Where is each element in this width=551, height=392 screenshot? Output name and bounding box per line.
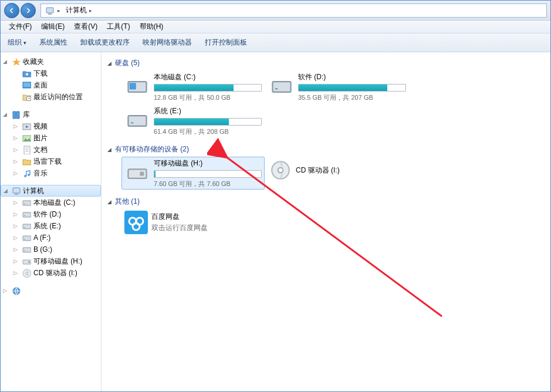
drive-caption: 35.5 GB 可用，共 207 GB [298, 93, 406, 102]
tree-label: 计算机 [23, 186, 44, 196]
music-icon [22, 168, 31, 178]
tree-drive-h[interactable]: ▷可移动磁盘 (H:) [1, 255, 101, 267]
menu-bar: 文件(F) 编辑(E) 查看(V) 工具(T) 帮助(H) [1, 21, 550, 33]
tree-label: 收藏夹 [23, 57, 44, 67]
tree-label: CD 驱动器 (I:) [33, 268, 77, 278]
drive-name: 软件 (D:) [298, 72, 406, 82]
explorer-window: ▸ 计算机 ▸ 文件(F) 编辑(E) 查看(V) 工具(T) 帮助(H) 组织… [0, 0, 551, 392]
tile-baidu[interactable]: 百度网盘 双击运行百度网盘 [121, 209, 265, 236]
map-network-drive-button[interactable]: 映射网络驱动器 [141, 35, 193, 50]
capacity-bar [154, 170, 262, 178]
tree-drive-d[interactable]: ▷软件 (D:) [1, 208, 101, 220]
collapse-icon: ◢ [3, 59, 9, 65]
expand-icon: ▷ [13, 223, 19, 229]
menu-edit[interactable]: 编辑(E) [36, 21, 69, 33]
drive-caption: 7.60 GB 可用，共 7.60 GB [154, 180, 262, 188]
expand-icon: ▷ [13, 135, 19, 141]
tree-drive-g[interactable]: ▷B (G:) [1, 244, 101, 255]
menu-tools[interactable]: 工具(T) [102, 21, 134, 33]
cdrom-icon [269, 158, 292, 182]
tree-xunlei[interactable]: ▷迅雷下载 [1, 156, 101, 167]
tree-videos[interactable]: ▷视频 [1, 120, 101, 132]
drive-icon [22, 221, 31, 231]
collapse-icon: ◢ [107, 147, 111, 153]
tree-libraries[interactable]: ◢ 库 [1, 109, 101, 120]
tree-drive-e[interactable]: ▷系统 (E:) [1, 220, 101, 232]
drive-icon [22, 209, 31, 219]
organize-button[interactable]: 组织 [6, 35, 28, 50]
tree-label: 视频 [33, 121, 48, 131]
baidu-icon [124, 211, 148, 234]
tree-network[interactable]: ▷ [1, 285, 101, 296]
system-properties-button[interactable]: 系统属性 [38, 35, 69, 50]
download-icon [22, 69, 31, 78]
tree-label: B (G:) [33, 245, 52, 254]
collapse-icon: ◢ [107, 199, 111, 205]
item-name: 百度网盘 [151, 212, 208, 222]
expand-icon: ▷ [3, 288, 9, 293]
nav-forward-button[interactable] [21, 3, 36, 18]
drive-icon [124, 74, 150, 100]
open-control-panel-button[interactable]: 打开控制面板 [204, 35, 248, 50]
cdrom-icon [22, 268, 31, 278]
tree-desktop[interactable]: 桌面 [1, 79, 101, 91]
group-header[interactable]: ◢ 硬盘 (5) [107, 56, 545, 70]
tree-label: 音乐 [33, 168, 48, 178]
expand-icon: ▷ [13, 123, 19, 129]
network-icon [11, 286, 21, 295]
expand-icon: ▷ [13, 258, 19, 264]
folder-icon [22, 157, 31, 166]
tree-favorites[interactable]: ◢ 收藏夹 [1, 56, 101, 67]
group-title: 硬盘 (5) [115, 58, 140, 68]
address-root-icon[interactable]: ▸ [41, 4, 63, 17]
drive-tile-c[interactable]: 本地磁盘 (C:) 12.8 GB 可用，共 50.0 GB [121, 70, 265, 103]
tree-label: A (F:) [33, 234, 50, 242]
group-hard-drives: ◢ 硬盘 (5) 本地磁盘 (C:) 12.8 GB 可用，共 50.0 GB [107, 56, 545, 137]
address-location-label: 计算机 [66, 5, 87, 15]
menu-file[interactable]: 文件(F) [4, 21, 36, 33]
tree-documents[interactable]: ▷文档 [1, 144, 101, 156]
group-header[interactable]: ◢ 有可移动存储的设备 (2) [107, 142, 545, 157]
tree-label: 软件 (D:) [33, 209, 61, 219]
tree-downloads[interactable]: 下载 [1, 67, 101, 79]
tree-computer[interactable]: ◢ 计算机 [1, 185, 101, 197]
drive-name: 系统 (E:) [154, 106, 262, 116]
tree-drive-c[interactable]: ▷本地磁盘 (C:) [1, 197, 101, 208]
capacity-bar [154, 84, 262, 92]
address-bar[interactable]: ▸ 计算机 ▸ [40, 4, 547, 18]
nav-back-button[interactable] [4, 3, 19, 18]
menu-help[interactable]: 帮助(H) [135, 21, 168, 33]
recent-icon [22, 92, 31, 102]
tree-music[interactable]: ▷音乐 [1, 167, 101, 179]
uninstall-programs-button[interactable]: 卸载或更改程序 [79, 35, 131, 50]
drive-tile-d[interactable]: 软件 (D:) 35.5 GB 可用，共 207 GB [266, 70, 409, 103]
drive-name: 可移动磁盘 (H:) [154, 158, 262, 168]
tree-label: 下载 [33, 69, 48, 79]
command-bar: 组织 系统属性 卸载或更改程序 映射网络驱动器 打开控制面板 [1, 33, 550, 52]
tree-label: 图片 [33, 133, 48, 143]
drive-tile-e[interactable]: 系统 (E:) 61.4 GB 可用，共 208 GB [121, 104, 265, 137]
tree-drive-f[interactable]: ▷A (F:) [1, 232, 101, 244]
collapse-icon: ◢ [107, 60, 111, 66]
tree-recent[interactable]: 最近访问的位置 [1, 91, 101, 103]
expand-icon: ▷ [13, 170, 19, 176]
drive-icon [124, 108, 150, 134]
star-icon [11, 57, 21, 66]
group-header[interactable]: ◢ 其他 (1) [107, 194, 545, 209]
group-other: ◢ 其他 (1) 百度网盘 双击运行百度网盘 [107, 194, 545, 236]
drive-icon [269, 74, 295, 100]
removable-icon [124, 160, 150, 186]
address-segment-computer[interactable]: 计算机 ▸ [63, 4, 95, 17]
menu-view[interactable]: 查看(V) [69, 21, 102, 33]
chevron-right-icon: ▸ [58, 8, 60, 13]
navigation-pane: ◢ 收藏夹 下载 桌面 最近访问的位置 [1, 52, 102, 391]
tree-drive-i[interactable]: ▷CD 驱动器 (I:) [1, 267, 101, 279]
tree-label: 可移动磁盘 (H:) [33, 256, 82, 266]
address-row: ▸ 计算机 ▸ [1, 1, 550, 21]
drive-tile-h[interactable]: 可移动磁盘 (H:) 7.60 GB 可用，共 7.60 GB [121, 157, 265, 190]
drive-tile-i[interactable]: CD 驱动器 (I:) [266, 157, 409, 184]
tree-pictures[interactable]: ▷图片 [1, 132, 101, 144]
video-icon [22, 121, 31, 131]
collapse-icon: ◢ [4, 188, 9, 194]
drive-name: CD 驱动器 (I:) [296, 166, 340, 174]
